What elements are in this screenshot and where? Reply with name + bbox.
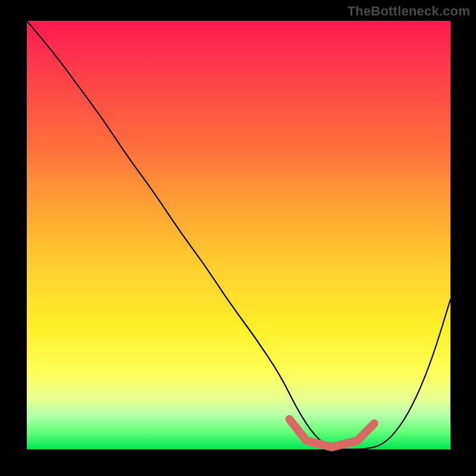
plot-area [27, 21, 450, 449]
highlight-segment [289, 419, 374, 447]
watermark-text: TheBottleneck.com [347, 4, 470, 19]
bottleneck-curve [27, 21, 450, 449]
curve-svg [27, 21, 450, 449]
chart-frame: TheBottleneck.com [0, 0, 476, 476]
